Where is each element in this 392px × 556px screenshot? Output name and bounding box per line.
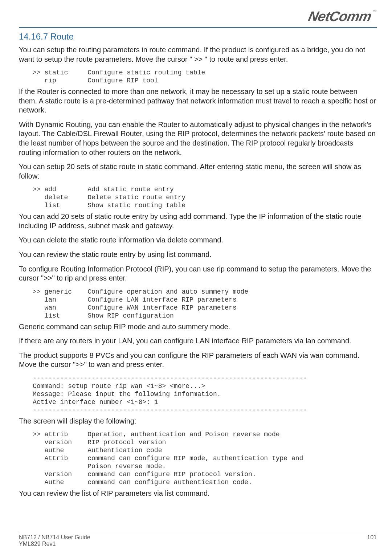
code-block: ----------------------------------------… xyxy=(33,375,377,414)
paragraph: You can review the static route entry by… xyxy=(19,250,377,259)
code-block: >> static Configure static routing table… xyxy=(33,69,377,85)
paragraph: You can delete the static route informat… xyxy=(19,236,377,245)
paragraph: If there are any routers in your LAN, yo… xyxy=(19,336,377,346)
trademark-icon: ™ xyxy=(372,9,377,14)
paragraph: Generic command can setup RIP mode and a… xyxy=(19,322,377,332)
paragraph: With Dynamic Routing, you can enable the… xyxy=(19,120,377,157)
paragraph: The product supports 8 PVCs and you can … xyxy=(19,351,377,369)
code-block: >> attrib Operation, authentication and … xyxy=(33,431,377,487)
footer-divider xyxy=(19,532,377,532)
footer: NB712 / NB714 User Guide 101 YML829 Rev1 xyxy=(19,532,377,547)
header-divider xyxy=(19,27,377,28)
code-block: >> add Add static route entry delete Del… xyxy=(33,186,377,210)
brand-logo: NetComm xyxy=(307,9,373,24)
paragraph: You can add 20 sets of static route entr… xyxy=(19,212,377,230)
footer-guide-title: NB712 / NB714 User Guide xyxy=(19,534,90,540)
logo-area: NetComm™ xyxy=(19,9,377,24)
paragraph: You can setup 20 sets of static route in… xyxy=(19,162,377,181)
paragraph: The screen will display the following: xyxy=(19,417,377,426)
paragraph: You can review the list of RIP parameter… xyxy=(19,489,377,498)
footer-revision: YML829 Rev1 xyxy=(19,541,377,547)
paragraph: To configure Routing Information Protoco… xyxy=(19,265,377,283)
section-title: 14.16.7 Route xyxy=(19,32,377,42)
paragraph: You can setup the routing parameters in … xyxy=(19,45,377,64)
paragraph: If the Router is connected to more than … xyxy=(19,87,377,115)
code-block: >> generic Configure operation and auto … xyxy=(33,288,377,320)
footer-page-number: 101 xyxy=(367,534,377,541)
